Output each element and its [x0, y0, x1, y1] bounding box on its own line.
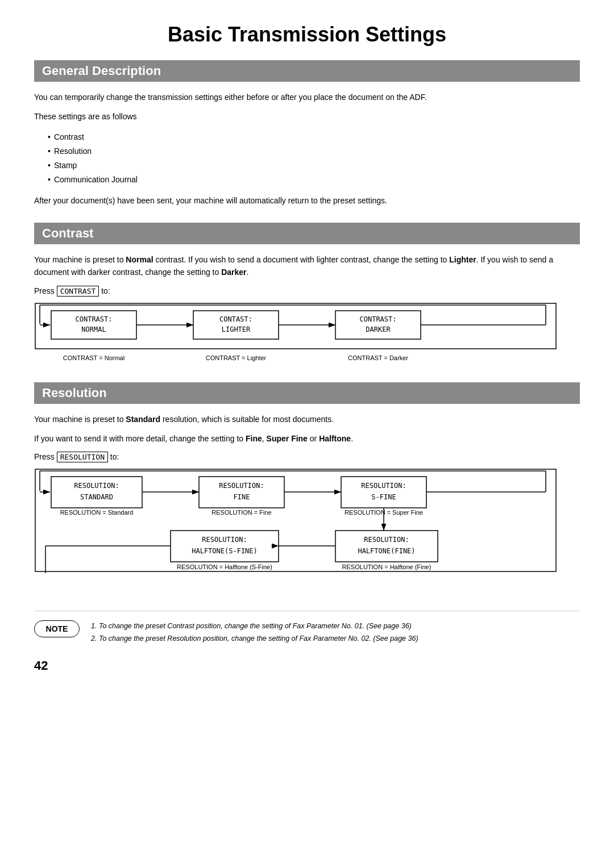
res-bold-halftone: Halftone — [319, 434, 351, 443]
note-item-1: 1. To change the preset Contrast positio… — [91, 620, 418, 632]
svg-text:NORMAL: NORMAL — [81, 326, 106, 333]
svg-text:RESOLUTION = Halftone (Fine): RESOLUTION = Halftone (Fine) — [342, 564, 432, 570]
general-description-header: General Description — [34, 60, 580, 82]
contrast-flow-svg: CONTRAST: NORMAL CONTAST: LIGHTER CONTRA… — [34, 302, 557, 365]
res-bold-fine: Fine — [246, 434, 262, 443]
svg-text:FINE: FINE — [234, 493, 250, 501]
page-title: Basic Transmission Settings — [34, 23, 580, 47]
svg-text:RESOLUTION:: RESOLUTION: — [361, 482, 406, 490]
general-description-section: General Description You can temporarily … — [34, 60, 580, 207]
note-label: NOTE — [34, 620, 80, 637]
contrast-key[interactable]: CONTRAST — [57, 286, 99, 297]
svg-text:RESOLUTION = Fine: RESOLUTION = Fine — [211, 509, 271, 516]
svg-text:RESOLUTION = Halftone (S-Fine): RESOLUTION = Halftone (S-Fine) — [177, 564, 272, 570]
page-number: 42 — [34, 658, 580, 673]
resolution-para1: Your machine is preset to Standard resol… — [34, 413, 580, 425]
resolution-press-line: Press RESOLUTION to: — [34, 452, 580, 462]
resolution-flow-diagram: RESOLUTION: STANDARD RESOLUTION: FINE RE… — [34, 468, 580, 595]
contrast-bold-darker: Darker — [221, 268, 246, 277]
svg-text:RESOLUTION:: RESOLUTION: — [219, 482, 264, 490]
svg-text:STANDARD: STANDARD — [80, 493, 113, 501]
contrast-flow-diagram: CONTRAST: NORMAL CONTAST: LIGHTER CONTRA… — [34, 302, 580, 366]
general-intro: These settings are as follows — [34, 110, 580, 123]
general-bullets: Contrast Resolution Stamp Communication … — [48, 130, 580, 187]
resolution-key[interactable]: RESOLUTION — [57, 452, 108, 462]
svg-text:CONTRAST = Normal: CONTRAST = Normal — [63, 354, 125, 361]
svg-text:RESOLUTION:: RESOLUTION: — [202, 536, 247, 544]
general-para2: After your document(s) have been sent, y… — [34, 194, 580, 207]
resolution-para2: If you want to send it with more detail,… — [34, 432, 580, 445]
resolution-header: Resolution — [34, 382, 580, 404]
svg-text:CONTRAST = Lighter: CONTRAST = Lighter — [206, 354, 267, 361]
svg-text:CONTRAST:: CONTRAST: — [359, 315, 396, 323]
bullet-resolution: Resolution — [48, 144, 580, 158]
svg-text:RESOLUTION:: RESOLUTION: — [74, 482, 119, 490]
svg-text:S-FINE: S-FINE — [371, 493, 396, 501]
note-content: 1. To change the preset Contrast positio… — [91, 620, 418, 645]
svg-text:CONTRAST:: CONTRAST: — [75, 315, 112, 323]
resolution-section: Resolution Your machine is preset to Sta… — [34, 382, 580, 595]
svg-text:HALFTONE(S-FINE): HALFTONE(S-FINE) — [192, 547, 258, 555]
svg-text:LIGHTER: LIGHTER — [222, 326, 251, 333]
contrast-section: Contrast Your machine is preset to Norma… — [34, 223, 580, 366]
svg-text:HALFTONE(FINE): HALFTONE(FINE) — [358, 547, 415, 555]
svg-text:CONTAST:: CONTAST: — [219, 315, 252, 323]
contrast-para: Your machine is preset to Normal contras… — [34, 253, 580, 279]
res-bold-standard: Standard — [126, 415, 160, 424]
svg-text:CONTRAST = Darker: CONTRAST = Darker — [348, 354, 408, 361]
contrast-header: Contrast — [34, 223, 580, 244]
bullet-stamp: Stamp — [48, 158, 580, 173]
svg-text:RESOLUTION:: RESOLUTION: — [364, 536, 409, 544]
bullet-communication-journal: Communication Journal — [48, 173, 580, 187]
contrast-bold-normal: Normal — [126, 255, 153, 264]
svg-text:RESOLUTION = Standard: RESOLUTION = Standard — [60, 509, 134, 516]
bullet-contrast: Contrast — [48, 130, 580, 144]
contrast-press-line: Press CONTRAST to: — [34, 286, 580, 297]
resolution-flow-svg: RESOLUTION: STANDARD RESOLUTION: FINE RE… — [34, 468, 557, 593]
svg-text:DARKER: DARKER — [366, 326, 391, 333]
res-bold-superfine: Super Fine — [267, 434, 308, 443]
contrast-bold-lighter: Lighter — [449, 255, 476, 264]
svg-rect-0 — [35, 303, 556, 349]
note-item-2: 2. To change the preset Resolution posit… — [91, 633, 418, 645]
general-para1: You can temporarily change the transmiss… — [34, 91, 580, 103]
note-section: NOTE 1. To change the preset Contrast po… — [34, 611, 580, 645]
